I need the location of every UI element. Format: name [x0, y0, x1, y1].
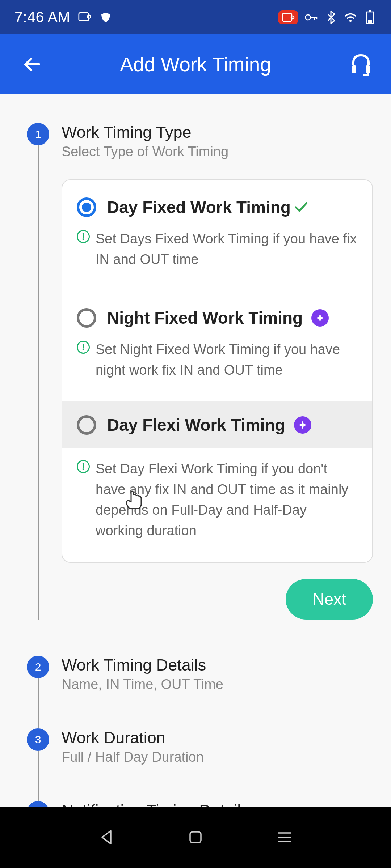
svg-point-3 [291, 16, 294, 19]
svg-rect-2 [282, 13, 292, 21]
svg-rect-9 [352, 65, 356, 73]
step-badge-1: 1 [27, 123, 49, 145]
step-2[interactable]: 2 Work Timing Details Name, IN Time, OUT… [18, 656, 373, 728]
bluetooth-icon [324, 11, 337, 24]
option-day-flexi-desc: ! Set Day Flexi Work Timing if you don't… [62, 448, 372, 562]
step-1: 1 Work Timing Type Select Type of Work T… [18, 123, 373, 620]
svg-point-5 [349, 20, 352, 22]
options-card: Day Fixed Work Timing ! Set Days Fixed W… [62, 179, 373, 563]
status-left: 7:46 AM [14, 9, 112, 26]
info-icon: ! [77, 341, 90, 354]
status-right [278, 10, 377, 24]
step-body-1: Work Timing Type Select Type of Work Tim… [58, 123, 373, 620]
option-label-text: Day Flexi Work Timing [107, 415, 285, 435]
wifi-icon [344, 11, 357, 24]
check-icon [294, 197, 308, 217]
step-badge-4: 4 [27, 801, 49, 807]
nav-home-button[interactable] [185, 826, 206, 848]
step-subtitle-3: Full / Half Day Duration [62, 749, 373, 765]
info-icon: ! [77, 230, 90, 243]
step-title-1: Work Timing Type [62, 123, 373, 142]
step-subtitle-2: Name, IN Time, OUT Time [62, 677, 373, 692]
back-button[interactable] [22, 54, 43, 75]
step-connector [38, 751, 39, 801]
option-desc: Set Days Fixed Work Timing if you have f… [96, 229, 358, 270]
headset-icon [349, 52, 373, 76]
next-button[interactable]: Next [286, 579, 373, 620]
radio-selected-icon [77, 197, 96, 217]
option-label: Day Fixed Work Timing [107, 197, 308, 217]
content-area: 1 Work Timing Type Select Type of Work T… [0, 94, 391, 807]
sparkle-badge-icon [311, 309, 329, 327]
step-connector [38, 145, 39, 620]
step-connector [38, 678, 39, 728]
option-label-text: Night Fixed Work Timing [107, 308, 303, 328]
app-status-icon [99, 11, 112, 24]
app-bar: Add Work Timing [0, 34, 391, 94]
svg-rect-10 [366, 65, 370, 73]
option-label: Night Fixed Work Timing [107, 308, 329, 328]
sparkle-badge-icon [294, 416, 311, 434]
step-4[interactable]: 4 Notification Timing Details Employee N… [18, 801, 373, 807]
step-3[interactable]: 3 Work Duration Full / Half Day Duration [18, 728, 373, 801]
step-subtitle-1: Select Type of Work Timing [62, 144, 373, 159]
page-title: Add Work Timing [20, 53, 371, 76]
step-title-4: Notification Timing Details [62, 801, 373, 807]
svg-rect-11 [190, 832, 201, 843]
step-badge-3: 3 [27, 728, 49, 751]
option-label: Day Flexi Work Timing [107, 415, 311, 435]
step-rail: 1 [18, 123, 58, 620]
radio-unselected-icon [77, 415, 96, 435]
option-desc: Set Day Flexi Work Timing if you don't h… [96, 459, 358, 541]
radio-unselected-icon [77, 308, 96, 328]
step-badge-2: 2 [27, 656, 49, 678]
svg-point-4 [306, 14, 311, 20]
status-bar: 7:46 AM [0, 0, 391, 34]
info-icon: ! [77, 460, 90, 473]
svg-rect-8 [368, 20, 372, 23]
recording-badge-icon [278, 10, 298, 24]
nav-back-button[interactable] [95, 826, 117, 848]
option-day-fixed[interactable]: Day Fixed Work Timing ! Set Days Fixed W… [62, 180, 372, 291]
vpn-key-icon [305, 11, 318, 24]
screencast-icon [78, 11, 91, 24]
step-title-3: Work Duration [62, 728, 373, 747]
status-time: 7:46 AM [14, 9, 70, 26]
option-day-flexi[interactable]: Day Flexi Work Timing [62, 401, 372, 448]
arrow-left-icon [22, 54, 43, 75]
system-nav-bar [0, 807, 391, 868]
battery-icon [363, 11, 377, 24]
headset-button[interactable] [349, 52, 373, 76]
option-desc: Set Night Fixed Work Timing if you have … [96, 339, 358, 380]
option-label-text: Day Fixed Work Timing [107, 197, 291, 217]
option-night-fixed[interactable]: Night Fixed Work Timing ! Set Night Fixe… [62, 291, 372, 401]
step-title-2: Work Timing Details [62, 656, 373, 675]
nav-recents-button[interactable] [274, 826, 296, 848]
